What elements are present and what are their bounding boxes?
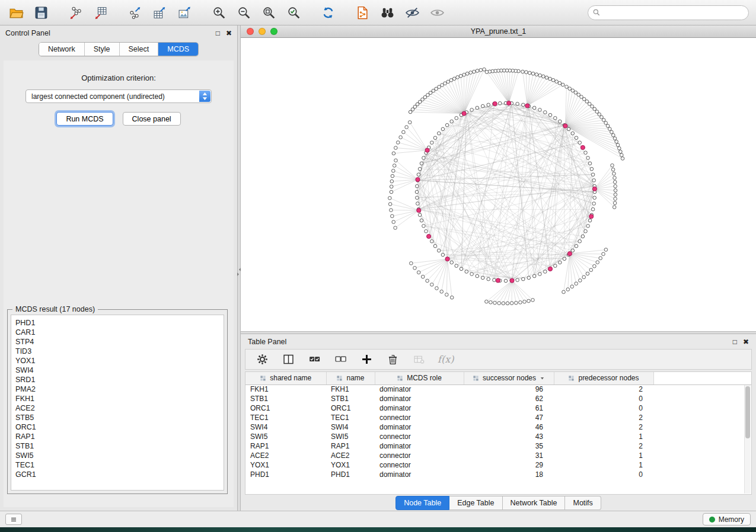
mcds-result-node[interactable]: FKH1 — [15, 394, 219, 403]
tab-network[interactable]: Network — [39, 43, 85, 56]
unselect-all-rows-icon[interactable] — [333, 352, 347, 367]
annotations-eye-icon[interactable] — [403, 4, 421, 21]
column-grid-icon — [397, 375, 403, 382]
clear-table-icon[interactable] — [412, 352, 426, 367]
network-canvas[interactable] — [241, 38, 756, 331]
panel-splitter[interactable] — [237, 25, 241, 511]
column-header-predecessor-nodes[interactable]: predecessor nodes — [554, 372, 653, 384]
column-grid-icon — [260, 375, 266, 382]
mcds-result-node[interactable]: YOX1 — [15, 356, 219, 366]
close-panel-button[interactable]: Close panel — [123, 112, 181, 126]
mcds-result-node[interactable]: PMA2 — [15, 384, 219, 394]
save-session-icon[interactable] — [32, 4, 50, 21]
mcds-result-node[interactable]: STB1 — [15, 441, 219, 451]
mcds-result-node[interactable]: GCR1 — [15, 470, 219, 479]
table-panel-header: Table Panel □ ✖ — [241, 334, 756, 349]
search-input[interactable] — [588, 5, 749, 20]
maximize-window-icon[interactable] — [270, 28, 277, 35]
table-cell: ORC1 — [326, 403, 375, 413]
show-columns-icon[interactable] — [281, 352, 295, 367]
export-network-icon[interactable] — [126, 4, 143, 21]
table-row[interactable]: YOX1YOX1connector291 — [245, 460, 751, 470]
table-cell: STB1 — [245, 394, 326, 403]
tab-edge-table[interactable]: Edge Table — [449, 496, 502, 510]
table-row[interactable]: FKH1FKH1dominator962 — [245, 384, 751, 394]
table-row[interactable]: RAP1RAP1dominator352 — [245, 441, 751, 451]
mcds-result-node[interactable]: PHD1 — [15, 318, 219, 328]
float-panel-icon[interactable]: □ — [216, 30, 220, 37]
table-cell: ACE2 — [245, 451, 326, 460]
column-header-shared-name[interactable]: shared name — [245, 372, 326, 384]
float-table-panel-icon[interactable]: □ — [733, 338, 737, 345]
graphics-details-eye-icon[interactable] — [428, 4, 446, 21]
table-cell: dominator — [375, 394, 464, 403]
table-cell: 18 — [464, 470, 554, 479]
open-session-folder-icon[interactable] — [7, 4, 25, 21]
tab-style[interactable]: Style — [85, 43, 120, 56]
table-cell: SWI5 — [245, 432, 326, 441]
tab-select[interactable]: Select — [120, 43, 159, 56]
control-panel-header: Control Panel □ ✖ — [0, 25, 237, 40]
table-cell: 31 — [464, 451, 554, 460]
mcds-result-list[interactable]: PHD1CAR1STP4TID3YOX1SWI4SRD1PMA2FKH1ACE2… — [11, 315, 224, 491]
delete-column-icon[interactable] — [385, 352, 400, 367]
zoom-toolbar-group — [210, 4, 302, 21]
table-row[interactable]: STB1STB1dominator620 — [245, 394, 751, 403]
import-network-icon[interactable] — [66, 4, 84, 21]
close-window-icon[interactable] — [247, 28, 254, 35]
mcds-result-node[interactable]: STP4 — [15, 337, 219, 347]
mcds-result-node[interactable]: TID3 — [15, 347, 219, 356]
zoom-fit-icon[interactable] — [260, 4, 277, 21]
table-row[interactable]: ORC1ORC1dominator610 — [245, 403, 751, 413]
column-header-mcds-role[interactable]: MCDS role — [375, 372, 464, 384]
table-row[interactable]: ACE2ACE2connector311 — [245, 451, 751, 460]
column-grid-icon — [336, 375, 343, 382]
close-panel-icon[interactable]: ✖ — [226, 30, 232, 37]
mcds-result-node[interactable]: STB5 — [15, 413, 219, 422]
control-panel-tabs: Network Style Select MCDS — [0, 40, 237, 60]
node-table-body: FKH1FKH1dominator962STB1STB1dominator620… — [245, 384, 751, 479]
refresh-layout-icon[interactable] — [319, 4, 337, 21]
run-mcds-button[interactable]: Run MCDS — [56, 112, 113, 126]
table-row[interactable]: SWI4SWI4dominator462 — [245, 422, 751, 432]
tab-mcds[interactable]: MCDS — [158, 43, 198, 56]
mcds-result-node[interactable]: CAR1 — [15, 328, 219, 337]
mcds-result-node[interactable]: SWI5 — [15, 451, 219, 460]
tab-node-table[interactable]: Node Table — [395, 496, 449, 510]
add-column-icon[interactable] — [359, 352, 374, 367]
tab-motifs[interactable]: Motifs — [565, 496, 601, 510]
export-table-icon[interactable] — [151, 4, 168, 21]
table-cell: 0 — [554, 403, 653, 413]
table-options-gear-icon[interactable] — [255, 352, 269, 367]
table-scrollbar[interactable] — [744, 385, 751, 493]
table-row[interactable]: PHD1PHD1dominator180 — [245, 470, 751, 479]
tab-network-table[interactable]: Network Table — [503, 496, 566, 510]
optimization-criterion-select[interactable]: largest connected component (undirected) — [25, 89, 212, 103]
mcds-result-node[interactable]: SRD1 — [15, 375, 219, 384]
mcds-result-node[interactable]: ORC1 — [15, 422, 219, 432]
table-row[interactable]: TEC1TEC1connector472 — [245, 413, 751, 422]
function-builder-icon[interactable]: f(x) — [438, 354, 454, 365]
mcds-result-node[interactable]: ACE2 — [15, 403, 219, 413]
node-table: shared name name MCDS role — [245, 371, 752, 495]
memory-button[interactable]: Memory — [703, 513, 751, 525]
select-all-rows-icon[interactable] — [307, 352, 321, 367]
table-scrollbar-thumb[interactable] — [745, 386, 750, 438]
mcds-result-node[interactable]: RAP1 — [15, 432, 219, 441]
close-table-panel-icon[interactable]: ✖ — [743, 338, 749, 345]
column-header-successor-nodes[interactable]: successor nodes — [464, 372, 554, 384]
zoom-out-icon[interactable] — [235, 4, 253, 21]
zoom-selected-icon[interactable] — [285, 4, 302, 21]
mcds-result-node[interactable]: TEC1 — [15, 460, 219, 470]
splitter-collapse-handle-icon[interactable] — [238, 265, 240, 278]
import-table-icon[interactable] — [91, 4, 109, 21]
column-header-name[interactable]: name — [326, 372, 375, 384]
export-image-icon[interactable] — [176, 4, 193, 21]
table-row[interactable]: SWI5SWI5connector431 — [245, 432, 751, 441]
zoom-in-icon[interactable] — [210, 4, 228, 21]
share-network-icon[interactable] — [353, 4, 371, 21]
mcds-result-node[interactable]: SWI4 — [15, 366, 219, 375]
status-menu-button[interactable] — [5, 514, 22, 525]
search-network-binoculars-icon[interactable] — [378, 4, 396, 21]
minimize-window-icon[interactable] — [259, 28, 266, 35]
